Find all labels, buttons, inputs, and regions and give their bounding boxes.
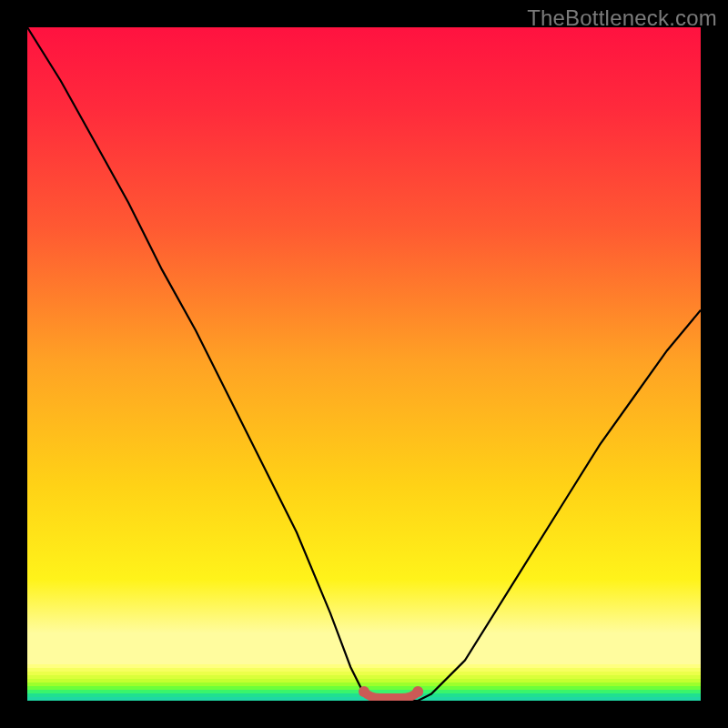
plot-area [27,27,701,701]
trough-marker [27,27,701,701]
svg-point-1 [412,686,423,697]
svg-point-0 [359,686,369,697]
chart-frame: TheBottleneck.com [0,0,728,728]
